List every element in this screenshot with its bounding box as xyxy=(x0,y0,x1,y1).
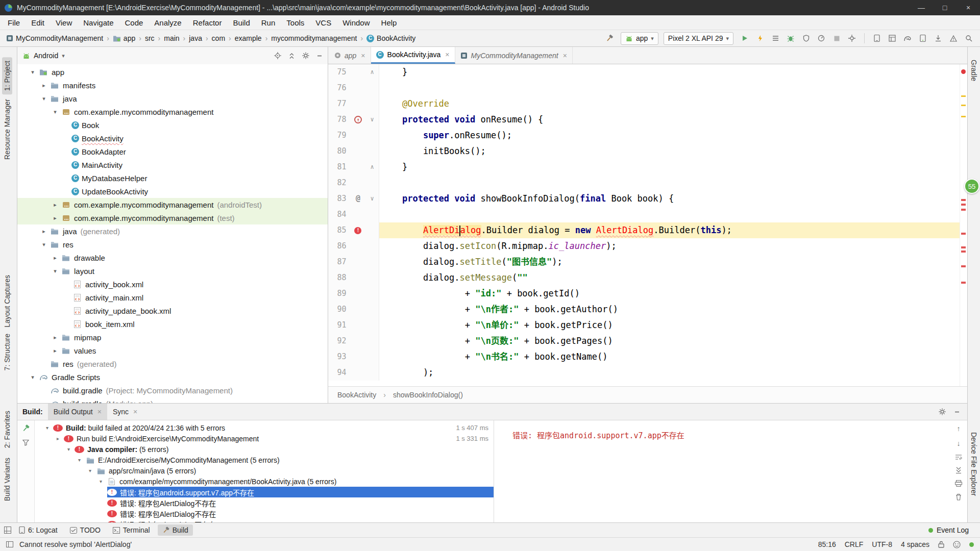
tab-close-icon[interactable]: × xyxy=(445,51,449,59)
tree-row-book-item-xml-19[interactable]: book_item.xml xyxy=(17,317,328,331)
minimize-button[interactable]: — xyxy=(910,0,933,15)
soft-wrap-icon[interactable] xyxy=(955,454,962,460)
tab-close-icon[interactable]: × xyxy=(563,52,567,60)
problems-button[interactable] xyxy=(947,32,960,44)
code-line-82[interactable]: 82 xyxy=(328,175,960,191)
print-icon[interactable] xyxy=(955,480,962,487)
tree-row-manifests-1[interactable]: ▸manifests xyxy=(17,79,328,92)
fold-marker[interactable]: ∨ xyxy=(365,112,379,128)
error-stripe-mark[interactable] xyxy=(961,265,966,267)
stripe-button-gradle[interactable]: Gradle xyxy=(969,56,979,85)
stripe-button-2-favorites[interactable]: 2: Favorites xyxy=(2,407,12,452)
tree-row-mydatabasehelper-8[interactable]: CMyDatabaseHelper xyxy=(17,171,328,185)
editor-tab-mycommoditymanagement[interactable]: MyCommodityManagement× xyxy=(455,47,573,64)
tree-collapse-arrow[interactable]: ▾ xyxy=(50,268,60,274)
run-configurations-button[interactable] xyxy=(769,32,781,44)
tree-row-gradle-scripts-23[interactable]: ▾Gradle Scripts xyxy=(17,370,328,384)
stripe-button-1-project[interactable]: 1: Project xyxy=(2,57,12,94)
tool-windows-icon[interactable] xyxy=(4,527,11,534)
fold-marker[interactable]: ∧ xyxy=(365,159,379,175)
maximize-button[interactable]: □ xyxy=(933,0,957,15)
tree-row-activity-update-book-xml-18[interactable]: activity_update_book.xml xyxy=(17,304,328,317)
gradle-sync-button[interactable] xyxy=(901,32,914,44)
error-stripe-mark[interactable] xyxy=(961,282,966,284)
tree-collapse-arrow[interactable]: ▾ xyxy=(64,446,73,452)
tree-collapse-arrow[interactable]: ▾ xyxy=(75,457,84,463)
stripe-button-resource-manager[interactable]: Resource Manager xyxy=(2,95,12,163)
code-line-75[interactable]: 75∧ } xyxy=(328,64,960,80)
code-line-83[interactable]: 83@∨ protected void showBookInfoDialog(f… xyxy=(328,191,960,207)
error-gutter-icon[interactable]: ! xyxy=(351,222,366,238)
tree-collapse-arrow[interactable]: ▾ xyxy=(50,109,60,115)
code-line-92[interactable]: 92 + "\n页数:" + book.getPages() xyxy=(328,333,960,349)
code-line-80[interactable]: 80 initBooks(); xyxy=(328,143,960,159)
tree-row-res-22[interactable]: res(generated) xyxy=(17,357,328,370)
tab-close-icon[interactable]: × xyxy=(97,408,102,416)
tree-row-java-12[interactable]: ▸java(generated) xyxy=(17,224,328,238)
menu-item-window[interactable]: Window xyxy=(337,15,375,30)
menu-item-run[interactable]: Run xyxy=(256,15,281,30)
code-line-79[interactable]: 79 super.onResume(); xyxy=(328,128,960,143)
gear-icon[interactable] xyxy=(939,408,946,415)
scroll-down-icon[interactable]: ↓ xyxy=(957,439,961,447)
rerun-build-icon[interactable] xyxy=(22,424,30,432)
menu-item-help[interactable]: Help xyxy=(376,15,403,30)
breadcrumb-src[interactable]: src xyxy=(144,33,156,43)
menu-item-build[interactable]: Build xyxy=(227,15,255,30)
tree-collapse-arrow[interactable]: ▾ xyxy=(28,69,38,76)
tree-collapse-arrow[interactable]: ▾ xyxy=(39,95,49,102)
menu-item-refactor[interactable]: Refactor xyxy=(187,15,228,30)
make-project-button[interactable] xyxy=(603,32,616,44)
tree-collapse-arrow[interactable]: ▾ xyxy=(86,468,94,473)
build-tree-row-5[interactable]: ▾com/example/mycommoditymanagement/BookA… xyxy=(35,476,494,487)
tree-row-app-0[interactable]: ▾app xyxy=(17,65,328,79)
tree-row-build-gradle-24[interactable]: build.gradle(Project: MyCommodityManagem… xyxy=(17,384,328,397)
attach-debugger-button[interactable] xyxy=(846,32,858,44)
code-line-77[interactable]: 77 @Override xyxy=(328,96,960,112)
error-stripe-mark[interactable] xyxy=(961,251,966,253)
tree-expand-arrow[interactable]: ▸ xyxy=(39,228,49,235)
tree-row-book-4[interactable]: CBook xyxy=(17,118,328,132)
search-everywhere-button[interactable] xyxy=(963,32,975,44)
tree-row-bookadapter-6[interactable]: CBookAdapter xyxy=(17,145,328,158)
error-stripe-mark[interactable] xyxy=(961,233,966,235)
build-tree-row-3[interactable]: ▾E:/AndroidExercise/MyCommodityManagemen… xyxy=(35,455,494,465)
breadcrumb-app[interactable]: app xyxy=(112,33,136,43)
error-stripe-mark[interactable] xyxy=(961,116,966,117)
code-line-89[interactable]: 89 + "id:" + book.getId() xyxy=(328,286,960,302)
menu-item-navigate[interactable]: Navigate xyxy=(78,15,119,30)
coverage-button[interactable] xyxy=(800,32,812,44)
editor-breadcrumb-showbookinfodialog[interactable]: showBookInfoDialog() xyxy=(393,391,463,399)
sdk-manager-button[interactable] xyxy=(932,32,944,44)
debug-button[interactable] xyxy=(785,32,797,44)
event-log-button[interactable]: Event Log xyxy=(928,526,976,534)
code-line-85[interactable]: 85! AlertDialog.Builder dialog = new Ale… xyxy=(328,222,960,238)
locate-file-icon[interactable] xyxy=(274,52,281,59)
code-line-90[interactable]: 90 + "\n作者:" + book.getAuthor() xyxy=(328,302,960,317)
gear-icon[interactable] xyxy=(302,52,309,59)
build-tab-sync[interactable]: Sync× xyxy=(107,404,143,420)
scroll-to-end-icon[interactable] xyxy=(955,467,962,473)
close-button[interactable]: × xyxy=(957,0,980,15)
run-configuration-select[interactable]: app ▾ xyxy=(621,32,658,45)
code-line-91[interactable]: 91 + "\n单价:" + book.getPrice() xyxy=(328,317,960,333)
error-stripe-mark[interactable] xyxy=(961,105,966,106)
error-stripe-mark[interactable] xyxy=(961,95,966,97)
build-tree-row-0[interactable]: ▾!Build: build failed at 2020/4/24 21:36… xyxy=(35,422,494,433)
breadcrumb-mycommoditymanagement[interactable]: MyCommodityManagement xyxy=(5,33,104,43)
tree-row-activity-main-xml-17[interactable]: activity_main.xml xyxy=(17,291,328,304)
file-error-indicator[interactable] xyxy=(961,69,966,74)
tree-collapse-arrow[interactable]: ▾ xyxy=(43,425,52,431)
stripe-button-7-structure[interactable]: 7: Structure xyxy=(2,330,12,374)
breadcrumb-bookactivity[interactable]: CBookActivity xyxy=(365,33,416,43)
project-view-selector[interactable]: Android xyxy=(34,52,58,60)
toolwindow-button-todo[interactable]: TODO xyxy=(65,524,105,536)
tree-row-mainactivity-7[interactable]: CMainActivity xyxy=(17,158,328,171)
caret-position[interactable]: 85:16 xyxy=(818,540,836,548)
menu-item-code[interactable]: Code xyxy=(119,15,149,30)
stripe-button-build-variants[interactable]: Build Variants xyxy=(2,454,12,505)
tree-row-layout-15[interactable]: ▾layout xyxy=(17,264,328,278)
tree-expand-arrow[interactable]: ▸ xyxy=(54,436,62,441)
editor-breadcrumb-bookactivity[interactable]: BookActivity xyxy=(337,391,376,399)
build-tab-build-output[interactable]: Build Output× xyxy=(48,404,107,420)
